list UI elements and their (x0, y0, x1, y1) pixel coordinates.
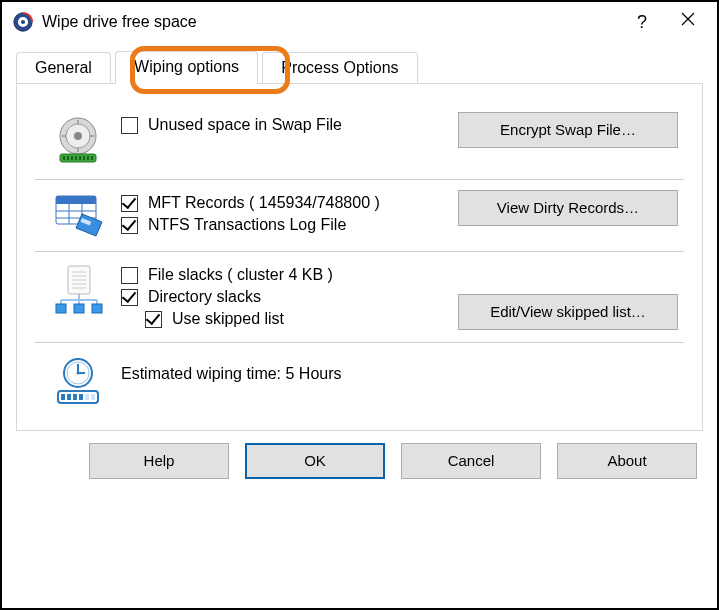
svg-point-2 (21, 20, 25, 24)
checkbox-mft-records[interactable]: MFT Records ( 145934/748800 ) (121, 194, 458, 212)
app-icon (12, 11, 34, 33)
close-icon[interactable] (665, 2, 711, 42)
tab-strip: General Wiping options Process Options (16, 50, 703, 84)
checkbox-label: Unused space in Swap File (148, 116, 342, 134)
svg-rect-11 (63, 156, 65, 160)
checkbox-ntfs-log[interactable]: NTFS Transactions Log File (121, 216, 458, 234)
svg-rect-48 (73, 394, 77, 400)
checkbox-use-skipped-list[interactable]: Use skipped list (121, 310, 458, 328)
checkbox-label: Use skipped list (172, 310, 284, 328)
svg-point-5 (74, 132, 82, 140)
dialog-footer: Help OK Cancel About (2, 431, 717, 493)
help-button[interactable]: Help (89, 443, 229, 479)
help-icon[interactable]: ? (619, 2, 665, 42)
checkbox-box (121, 267, 138, 284)
window-title: Wipe drive free space (42, 13, 619, 31)
svg-rect-46 (61, 394, 65, 400)
checkbox-label: MFT Records ( 145934/748800 ) (148, 194, 380, 212)
svg-rect-50 (85, 394, 89, 400)
svg-rect-14 (75, 156, 77, 160)
svg-rect-10 (60, 154, 96, 162)
tab-process-options[interactable]: Process Options (262, 52, 417, 85)
title-bar: Wipe drive free space ? (2, 2, 717, 42)
svg-rect-20 (56, 196, 96, 204)
section-estimate: Estimated wiping time: 5 Hours (35, 342, 684, 420)
checkbox-unused-swap[interactable]: Unused space in Swap File (121, 116, 458, 134)
view-dirty-records-button[interactable]: View Dirty Records… (458, 190, 678, 226)
encrypt-swap-button[interactable]: Encrypt Swap File… (458, 112, 678, 148)
checkbox-label: File slacks ( cluster 4 KB ) (148, 266, 333, 284)
svg-rect-18 (91, 156, 93, 160)
svg-rect-17 (87, 156, 89, 160)
section-slacks: File slacks ( cluster 4 KB ) Directory s… (35, 251, 684, 342)
svg-rect-37 (56, 304, 66, 313)
svg-point-44 (77, 372, 80, 375)
estimated-time-line: Estimated wiping time: 5 Hours (121, 353, 458, 383)
about-button[interactable]: About (557, 443, 697, 479)
records-icon (52, 192, 104, 241)
svg-rect-39 (92, 304, 102, 313)
svg-rect-13 (71, 156, 73, 160)
tab-panel-wiping-options: Unused space in Swap File Encrypt Swap F… (16, 83, 703, 431)
svg-rect-16 (83, 156, 85, 160)
checkbox-box (121, 217, 138, 234)
estimated-time-prefix: Estimated wiping time: (121, 365, 286, 382)
svg-rect-51 (91, 394, 95, 400)
svg-rect-12 (67, 156, 69, 160)
checkbox-label: NTFS Transactions Log File (148, 216, 346, 234)
checkbox-label: Directory slacks (148, 288, 261, 306)
edit-skipped-list-button[interactable]: Edit/View skipped list… (458, 294, 678, 330)
section-mft: MFT Records ( 145934/748800 ) NTFS Trans… (35, 179, 684, 251)
cancel-button[interactable]: Cancel (401, 443, 541, 479)
section-swap: Unused space in Swap File Encrypt Swap F… (35, 102, 684, 179)
tab-general[interactable]: General (16, 52, 111, 85)
checkbox-box (145, 311, 162, 328)
ok-button[interactable]: OK (245, 443, 385, 479)
checkbox-file-slacks[interactable]: File slacks ( cluster 4 KB ) (121, 266, 458, 284)
svg-rect-47 (67, 394, 71, 400)
file-tree-icon (52, 264, 104, 332)
checkbox-directory-slacks[interactable]: Directory slacks (121, 288, 458, 306)
estimated-time-value: 5 Hours (286, 365, 342, 382)
svg-rect-49 (79, 394, 83, 400)
svg-rect-38 (74, 304, 84, 313)
safe-icon (52, 114, 104, 169)
clock-progress-icon (52, 355, 104, 410)
checkbox-box (121, 289, 138, 306)
svg-rect-15 (79, 156, 81, 160)
checkbox-box (121, 117, 138, 134)
tab-wiping-options[interactable]: Wiping options (115, 51, 258, 84)
checkbox-box (121, 195, 138, 212)
